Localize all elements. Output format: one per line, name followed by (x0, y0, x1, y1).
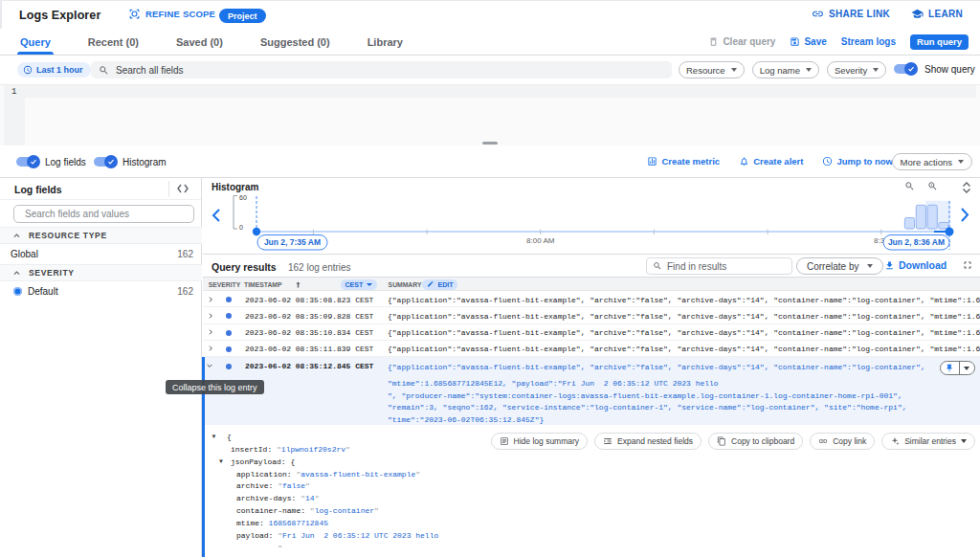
severity-default-icon (226, 364, 232, 369)
copy-to-clipboard-button[interactable]: Copy to clipboard (708, 433, 803, 450)
json-key: payload: (236, 531, 278, 540)
project-scope-badge[interactable]: Project (219, 9, 266, 23)
filter-dropdowns: ResourceLog nameSeverity (679, 61, 886, 78)
search-all-fields-input[interactable]: Search all fields (91, 61, 672, 78)
expand-nested-fields-button[interactable]: Expand nested fields (594, 433, 702, 450)
filter-dropdown-resource[interactable]: Resource (679, 61, 745, 78)
clear-query-button[interactable]: Clear query (708, 36, 775, 47)
jump-to-now-button[interactable]: Jump to now (822, 156, 893, 167)
log-summary: {"application":"avassa-fluent-bit-exampl… (388, 312, 980, 321)
share-link-button[interactable]: SHARE LINK (812, 8, 890, 20)
log-row[interactable]: 2023-06-02 08:35:10.834 CEST{"applicatio… (203, 324, 980, 341)
json-value: 1lpwnoif20s2rv (281, 445, 345, 454)
refine-scope-label: REFINE SCOPE (145, 9, 215, 19)
run-query-label: Run query (917, 36, 962, 47)
field-value-count: 162 (177, 249, 193, 259)
field-value-global[interactable]: Global162 (0, 244, 202, 263)
expand-row-icon[interactable] (207, 345, 214, 352)
severity-default-icon (226, 297, 232, 302)
filter-dropdown-severity[interactable]: Severity (827, 61, 886, 78)
histogram-range-start-pill[interactable]: Jun 2, 7:35 AM (257, 235, 327, 251)
histogram-range-end-pill[interactable]: Jun 2, 8:36 AM (883, 235, 949, 251)
json-tree-line: payload: "Fri Jun 2 06:35:12 UTC 2023 he… (203, 530, 438, 543)
search-fields-input[interactable]: Search fields and values (13, 205, 194, 223)
copy-link-button[interactable]: Copy link (810, 433, 875, 450)
log-summary: {"application":"avassa-fluent-bit-exampl… (388, 328, 980, 337)
pin-menu-button[interactable] (960, 362, 974, 374)
copy-icon (717, 436, 726, 446)
log-row[interactable]: 2023-06-02 08:35:11.839 CEST{"applicatio… (203, 341, 980, 357)
tab-library[interactable]: Library (367, 29, 404, 55)
tab-suggested-0[interactable]: Suggested (0) (259, 29, 331, 55)
more-actions-button[interactable]: More actions (892, 153, 972, 170)
editor-resize-handle[interactable] (482, 142, 498, 145)
field-section-severity[interactable]: SEVERITY (0, 264, 202, 281)
timezone-chip[interactable]: CEST (341, 279, 378, 290)
download-button[interactable]: Download (884, 259, 947, 271)
caret-down-icon (961, 439, 967, 443)
json-brace: { (290, 457, 295, 466)
show-query-label: Show query (924, 64, 975, 75)
log-row[interactable]: 2023-06-02 08:35:09.828 CEST{"applicatio… (203, 307, 980, 323)
svg-text:60: 60 (239, 194, 247, 201)
stream-logs-button[interactable]: Stream logs (841, 36, 896, 47)
filter-label: Resource (686, 65, 725, 76)
tab-saved-0[interactable]: Saved (0) (175, 29, 224, 55)
tab-recent-0[interactable]: Recent (0) (87, 29, 140, 55)
results-toolbar: Query results 162 log entries Find in re… (203, 255, 980, 278)
caret-down-icon (731, 68, 737, 72)
fullscreen-icon[interactable] (962, 259, 973, 271)
expanded-log-row[interactable]: 2023-06-02 08:35:12.845 CEST {"applicati… (203, 357, 980, 425)
caret-down-icon (806, 68, 812, 72)
similar-entries-button[interactable]: Similar entries (881, 433, 975, 450)
check-icon (907, 65, 915, 73)
jump-to-now-icon (822, 156, 833, 167)
table-header: SEVERITY TIMESTAMP CEST SUMMARY EDIT (203, 278, 980, 291)
collapse-panel-icon[interactable] (176, 183, 189, 194)
check-icon (107, 158, 115, 166)
column-timestamp[interactable]: TIMESTAMP (244, 281, 282, 288)
summary-line: "remain":3, "seqno":162, "service-instan… (388, 402, 943, 414)
expand-row-icon[interactable] (207, 296, 214, 303)
run-query-button[interactable]: Run query (910, 34, 969, 50)
hide-log-summary-button[interactable]: Hide log summary (491, 433, 589, 450)
learn-button[interactable]: LEARN (911, 8, 963, 20)
histogram-scroll-right-icon[interactable] (962, 209, 968, 221)
collapse-node-icon[interactable]: ▼ (212, 432, 216, 444)
json-value: log-container (315, 506, 374, 515)
tabs-bar: QueryRecent (0)Saved (0)Suggested (0)Lib… (0, 29, 980, 56)
json-tree: ▼{insertId: "1lpwnoif20s2rv"▼jsonPayload… (203, 432, 438, 555)
time-range-pill[interactable]: Last 1 hour (17, 62, 91, 78)
json-tree-line[interactable]: ▼{ (203, 432, 438, 444)
log-timestamp: 2023-06-02 08:35:09.828 CEST (245, 312, 373, 321)
refine-scope-button[interactable]: REFINE SCOPE (128, 8, 215, 20)
pin-button-group (940, 361, 975, 375)
histogram-scroll-left-icon[interactable] (213, 210, 219, 221)
tab-query[interactable]: Query (19, 29, 52, 55)
show-query-toggle[interactable] (894, 62, 918, 76)
pin-log-button[interactable] (941, 362, 960, 374)
create-metric-button[interactable]: Create metric (647, 156, 720, 167)
save-button[interactable]: Save (790, 36, 826, 47)
expand-row-icon[interactable] (207, 328, 214, 336)
log-row[interactable]: 2023-06-02 08:35:08.823 CEST{"applicatio… (203, 291, 980, 307)
severity-default-icon (13, 287, 22, 296)
filter-dropdown-log-name[interactable]: Log name (752, 61, 819, 78)
log-summary: {"application":"avassa-fluent-bit-exampl… (388, 345, 980, 353)
correlate-by-dropdown[interactable]: Correlate by (796, 257, 883, 275)
query-editor[interactable]: 1 (0, 84, 980, 145)
sort-ascending-icon[interactable] (294, 280, 302, 289)
create-alert-button[interactable]: Create alert (739, 156, 803, 167)
pin-icon (945, 364, 954, 373)
find-in-results-input[interactable]: Find in results (646, 257, 792, 275)
histogram-chart[interactable]: 6008:00 AM8:30Jun 2, 7:35 AMJun 2, 8:36 … (203, 178, 980, 255)
collapse-row-icon[interactable] (206, 362, 213, 369)
field-value-default[interactable]: Default162 (0, 281, 202, 301)
histogram-toggle[interactable] (94, 155, 118, 168)
log-fields-toggle[interactable] (16, 155, 40, 168)
field-section-resource-type[interactable]: RESOURCE TYPE (0, 227, 202, 244)
edit-summary-chip[interactable]: EDIT (422, 279, 457, 290)
json-tree-line[interactable]: ▼jsonPayload: { (203, 457, 438, 469)
expand-row-icon[interactable] (207, 312, 214, 320)
collapse-node-icon[interactable]: ▼ (219, 457, 223, 469)
